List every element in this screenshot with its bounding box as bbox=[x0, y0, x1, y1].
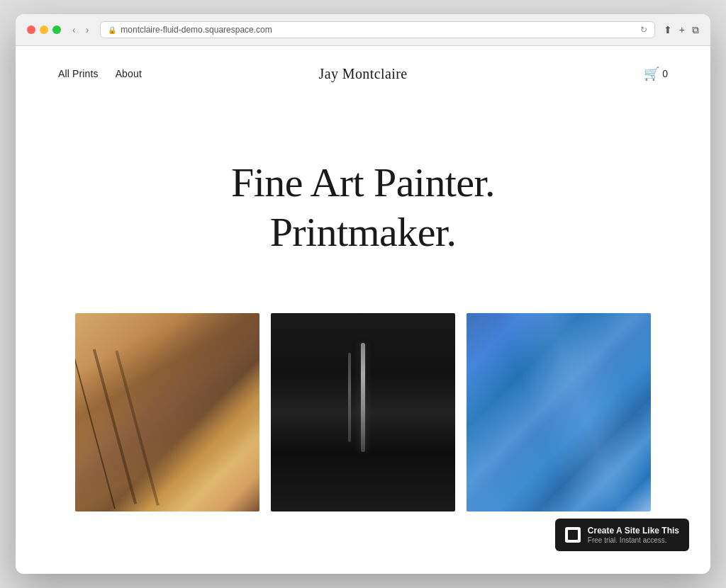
url-text: montclaire-fluid-demo.squarespace.com bbox=[121, 25, 272, 35]
cart-icon[interactable]: 🛒 bbox=[644, 66, 659, 81]
squarespace-badge[interactable]: Create A Site Like This Free trial. Inst… bbox=[555, 519, 689, 551]
browser-chrome: ‹ › 🔒 montclaire-fluid-demo.squarespace.… bbox=[16, 14, 710, 46]
gallery-section bbox=[16, 299, 710, 526]
forward-button[interactable]: › bbox=[83, 23, 92, 37]
site-nav: All Prints About Jay Montclaire 🛒 0 bbox=[16, 46, 710, 101]
lock-icon: 🔒 bbox=[108, 26, 116, 34]
new-tab-button[interactable]: + bbox=[679, 24, 685, 36]
back-button[interactable]: ‹ bbox=[69, 23, 79, 37]
gallery-item-2[interactable] bbox=[271, 313, 455, 511]
cart-count: 0 bbox=[662, 68, 668, 79]
nav-right: 🛒 0 bbox=[644, 66, 668, 81]
tabs-button[interactable]: ⧉ bbox=[692, 24, 699, 36]
badge-text: Create A Site Like This Free trial. Inst… bbox=[588, 526, 679, 544]
hero-section: Fine Art Painter. Printmaker. bbox=[16, 101, 710, 299]
share-button[interactable]: ⬆ bbox=[664, 24, 672, 36]
site-title: Jay Montclaire bbox=[318, 66, 407, 82]
gallery-item-1[interactable] bbox=[75, 313, 259, 511]
hero-line2: Printmaker. bbox=[270, 209, 457, 255]
maximize-button[interactable] bbox=[52, 26, 61, 34]
refresh-icon: ↻ bbox=[640, 25, 647, 35]
browser-actions: ⬆ + ⧉ bbox=[664, 24, 699, 36]
hero-line1: Fine Art Painter. bbox=[231, 159, 495, 205]
traffic-lights bbox=[27, 26, 61, 34]
badge-main-text: Create A Site Like This bbox=[588, 526, 679, 536]
squarespace-logo-inner bbox=[568, 530, 578, 540]
squarespace-logo bbox=[565, 527, 581, 543]
gallery-item-3[interactable] bbox=[467, 313, 651, 511]
nav-left: All Prints About bbox=[58, 68, 142, 79]
address-bar[interactable]: 🔒 montclaire-fluid-demo.squarespace.com … bbox=[100, 21, 654, 38]
minimize-button[interactable] bbox=[40, 26, 48, 34]
website-content: All Prints About Jay Montclaire 🛒 0 Fine… bbox=[16, 46, 710, 574]
nav-link-about[interactable]: About bbox=[116, 68, 142, 79]
close-button[interactable] bbox=[27, 26, 35, 34]
hero-title: Fine Art Painter. Printmaker. bbox=[58, 158, 668, 256]
nav-link-all-prints[interactable]: All Prints bbox=[58, 68, 99, 79]
browser-window: ‹ › 🔒 montclaire-fluid-demo.squarespace.… bbox=[16, 14, 710, 574]
badge-sub-text: Free trial. Instant access. bbox=[588, 536, 679, 544]
browser-nav: ‹ › bbox=[69, 23, 91, 37]
